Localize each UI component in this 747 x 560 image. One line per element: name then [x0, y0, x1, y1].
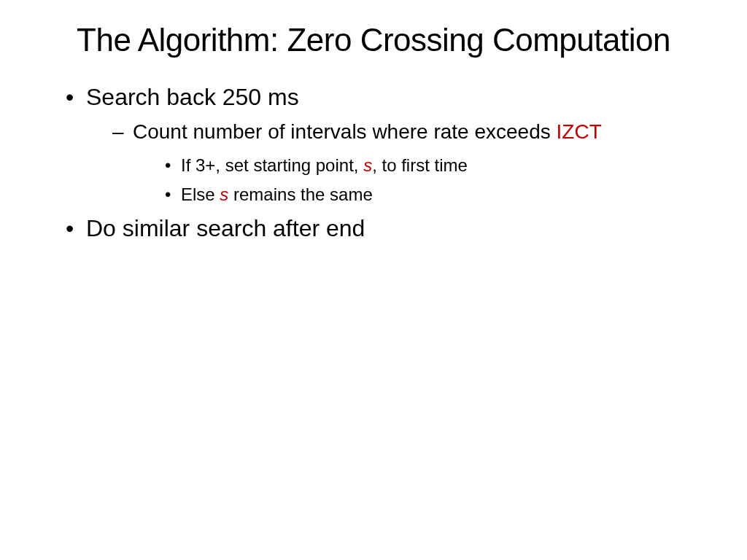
bullet-text: remains the same [228, 184, 372, 204]
bullet-text: If 3+, set starting point, [181, 155, 363, 175]
bullet-item: Do similar search after end [66, 212, 703, 245]
bullet-text: , to first time [372, 155, 468, 175]
accent-text-izct: IZCT [557, 120, 602, 143]
accent-variable-s: s [363, 155, 372, 175]
bullet-item: Count number of intervals where rate exc… [112, 117, 703, 207]
bullet-text: Search back 250 ms [86, 84, 299, 110]
bullet-list-level2: Count number of intervals where rate exc… [86, 117, 703, 207]
bullet-item: Else s remains the same [165, 182, 703, 208]
bullet-list-level1: Search back 250 ms Count number of inter… [44, 81, 703, 245]
bullet-item: If 3+, set starting point, s, to first t… [165, 152, 703, 179]
bullet-text: Do similar search after end [86, 215, 365, 241]
bullet-text: Else [181, 184, 220, 204]
bullet-list-level3: If 3+, set starting point, s, to first t… [133, 152, 703, 208]
bullet-text: Count number of intervals where rate exc… [133, 120, 557, 143]
bullet-item: Search back 250 ms Count number of inter… [66, 81, 703, 208]
slide-title: The Algorithm: Zero Crossing Computation [44, 22, 703, 59]
accent-variable-s: s [220, 184, 228, 204]
